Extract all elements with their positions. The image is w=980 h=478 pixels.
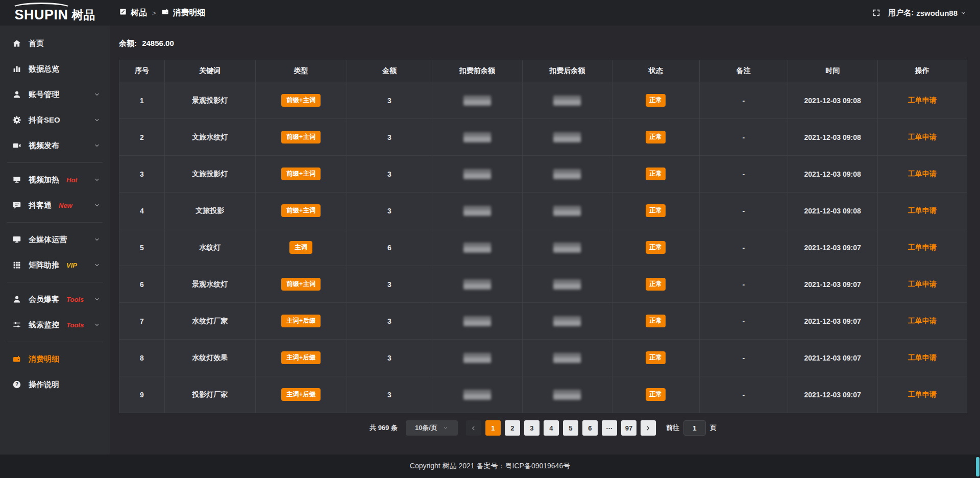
scrollbar-thumb[interactable] [976, 457, 979, 476]
cell-amount: 3 [347, 376, 432, 413]
chevron-down-icon [93, 261, 101, 269]
type-badge: 前缀+主词 [281, 204, 321, 217]
page-button-1[interactable]: 1 [485, 420, 501, 436]
next-page-button[interactable] [641, 420, 656, 436]
ticket-apply-link[interactable]: 工单申请 [908, 206, 937, 214]
gear-icon [12, 115, 21, 125]
masked-value [463, 206, 491, 216]
type-badge: 前缀+主词 [281, 278, 321, 291]
ticket-apply-link[interactable]: 工单申请 [908, 243, 937, 251]
column-header: 序号 [119, 60, 165, 82]
username-label: 用户名: [888, 8, 914, 18]
chevron-down-icon [93, 116, 101, 124]
cell-post-balance [522, 82, 612, 119]
cell-pre-balance [432, 229, 522, 266]
cell-pre-balance [432, 156, 522, 193]
ticket-apply-link[interactable]: 工单申请 [908, 96, 937, 104]
page-button-4[interactable]: 4 [544, 420, 559, 436]
cell-time: 2021-12-03 09:07 [788, 266, 877, 303]
page-button-97[interactable]: 97 [621, 420, 636, 436]
goto-unit: 页 [710, 423, 717, 433]
sidebar-item-data-overview[interactable]: 数据总览 [0, 56, 110, 82]
sidebar-item-label: 抖音SEO [29, 115, 60, 125]
breadcrumb-root[interactable]: 树品 [119, 8, 147, 18]
masked-value [553, 316, 581, 326]
sidebar-item-label: 账号管理 [29, 90, 59, 100]
cell-keyword: 水纹灯厂家 [164, 303, 255, 340]
sidebar-item-clue-monitor[interactable]: 线索监控Tools [0, 312, 110, 338]
screen-icon [12, 175, 21, 184]
chevron-down-icon [93, 176, 101, 183]
masked-value [553, 169, 581, 179]
page-button-6[interactable]: 6 [582, 420, 598, 436]
cell-post-balance [522, 376, 612, 413]
cell-remark: - [699, 119, 788, 156]
page-button-2[interactable]: 2 [505, 420, 520, 436]
sidebar-item-consume-detail[interactable]: 消费明细 [0, 346, 110, 372]
ticket-apply-link[interactable]: 工单申请 [908, 280, 937, 288]
grid-icon [12, 260, 21, 270]
prev-page-button[interactable] [466, 420, 481, 436]
goto-page-input[interactable] [683, 420, 706, 436]
table-header-row: 序号关键词类型金额扣费前余额扣费后余额状态备注时间操作 [119, 60, 967, 82]
sidebar-item-label: 消费明细 [29, 354, 59, 364]
cell-time: 2021-12-03 09:08 [788, 82, 877, 119]
ticket-apply-link[interactable]: 工单申请 [908, 390, 937, 398]
cell-time: 2021-12-03 09:08 [788, 193, 877, 229]
app-logo[interactable]: SHUPIN 树品 [0, 0, 110, 26]
breadcrumb-current[interactable]: 消费明细 [161, 8, 206, 18]
page-ellipsis[interactable]: ··· [602, 420, 617, 436]
page-button-3[interactable]: 3 [524, 420, 540, 436]
sidebar-item-operation-guide[interactable]: ?操作说明 [0, 372, 110, 397]
cell-pre-balance [432, 266, 522, 303]
masked-value [553, 243, 581, 253]
ticket-apply-link[interactable]: 工单申请 [908, 317, 937, 325]
cell-amount: 3 [347, 119, 432, 156]
cell-type: 主词+后缀 [255, 376, 347, 413]
sidebar-item-matrix-boost[interactable]: 矩阵助推VIP [0, 252, 110, 278]
consume-table-wrap: 序号关键词类型金额扣费前余额扣费后余额状态备注时间操作1景观投影灯前缀+主词3正… [119, 60, 967, 413]
type-badge: 主词+后缀 [281, 315, 321, 327]
logo-arc [11, 3, 71, 14]
sidebar-item-video-heat[interactable]: 视频加热Hot [0, 167, 110, 193]
cell-time: 2021-12-03 09:07 [788, 229, 877, 266]
cell-time: 2021-12-03 09:08 [788, 156, 877, 193]
cell-keyword: 投影灯厂家 [164, 376, 255, 413]
cell-pre-balance [432, 119, 522, 156]
page-size-select[interactable]: 10条/页 [406, 420, 458, 436]
cell-post-balance [522, 266, 612, 303]
sidebar-item-douyin-seo[interactable]: 抖音SEO [0, 107, 110, 133]
panel-icon [119, 8, 127, 18]
sidebar-item-account-manage[interactable]: 账号管理 [0, 82, 110, 107]
footer-text: Copyright 树品 2021 备案号：粤ICP备09019646号 [410, 462, 570, 471]
user-menu[interactable]: 用户名: zswodun88 [888, 8, 967, 18]
cell-remark: - [699, 156, 788, 193]
cell-type: 主词 [255, 229, 347, 266]
cell-remark: - [699, 266, 788, 303]
sidebar-item-home[interactable]: 首页 [0, 31, 110, 56]
ticket-apply-link[interactable]: 工单申请 [908, 133, 937, 141]
table-row: 1景观投影灯前缀+主词3正常-2021-12-03 09:08工单申请 [119, 82, 967, 119]
table-row: 9投影灯厂家主词+后缀3正常-2021-12-03 09:07工单申请 [119, 376, 967, 413]
fullscreen-icon[interactable] [872, 8, 881, 17]
column-header: 操作 [877, 60, 967, 82]
sidebar-item-douketong[interactable]: 抖客通New [0, 193, 110, 218]
sliders-icon [12, 320, 21, 329]
cell-keyword: 景观投影灯 [164, 82, 255, 119]
cell-amount: 6 [347, 229, 432, 266]
cell-status: 正常 [612, 193, 699, 229]
cell-time: 2021-12-03 09:08 [788, 119, 877, 156]
type-badge: 主词+后缀 [281, 351, 321, 364]
page-button-5[interactable]: 5 [563, 420, 578, 436]
sidebar-item-member-burst[interactable]: 会员爆客Tools [0, 286, 110, 312]
sidebar-divider [7, 222, 103, 223]
cell-keyword: 文旅水纹灯 [164, 119, 255, 156]
cell-remark: - [699, 303, 788, 340]
ticket-apply-link[interactable]: 工单申请 [908, 353, 937, 362]
cell-type: 主词+后缀 [255, 340, 347, 376]
ticket-apply-link[interactable]: 工单申请 [908, 170, 937, 178]
sidebar-item-all-media[interactable]: 全媒体运营 [0, 227, 110, 252]
sidebar-item-video-publish[interactable]: 视频发布 [0, 133, 110, 158]
cell-type: 前缀+主词 [255, 82, 347, 119]
masked-value [553, 95, 581, 106]
